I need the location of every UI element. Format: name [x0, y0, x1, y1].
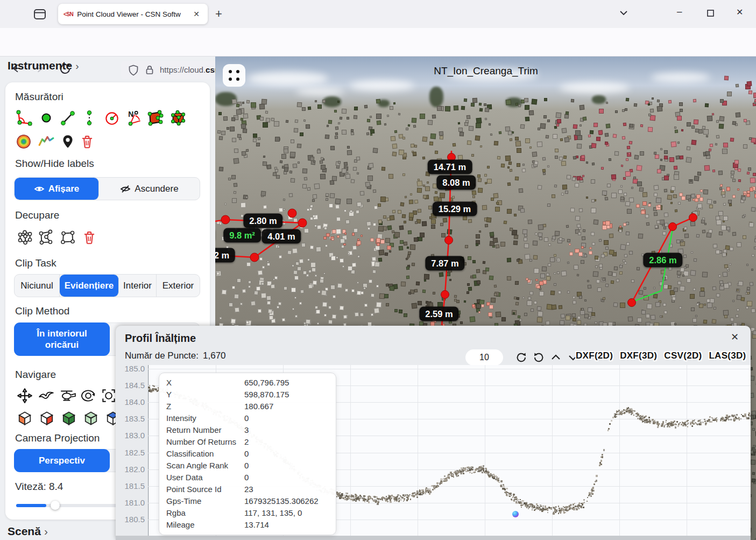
measure-circle-icon[interactable] [103, 109, 121, 127]
profile-panel-title: Profil Înălțime [125, 332, 196, 345]
browser-nav-bar: https://cloud.csnsoftware.ro/?cloud=NT_I… [0, 28, 756, 57]
tab-close-icon[interactable]: ✕ [193, 10, 200, 18]
export-button-las3d[interactable]: LAS(3D) [709, 350, 746, 361]
measurement-label: 4.01 m [262, 229, 301, 244]
y-axis-tick: 182.0 [117, 465, 145, 474]
chevron-right-icon: › [75, 60, 79, 72]
tooltip-row: Point Source Id23 [159, 485, 336, 496]
instruments-header[interactable]: Instrumente› [8, 59, 79, 72]
delete-measurements-trash-icon[interactable] [79, 133, 96, 150]
clip-task-exterior[interactable]: Exterior [157, 275, 200, 297]
nav-focus-icon[interactable] [100, 387, 117, 404]
measure-volume-icon[interactable] [169, 109, 186, 127]
window-minimize-button[interactable]: – [677, 6, 682, 17]
clip-polygon-icon[interactable] [38, 229, 55, 246]
lock-icon[interactable] [144, 64, 155, 76]
tooltip-row: Z180.667 [159, 402, 336, 413]
navigation-heading: Navigare [15, 369, 56, 381]
slider-thumb[interactable] [51, 501, 60, 510]
point-info-tooltip: X650,796.795Y598,870.175Z180.667Intensit… [159, 373, 336, 535]
export-buttons: DXF(2D)DXF(3D)CSV(2D)LAS(3D) [576, 350, 746, 361]
camera-projection-heading: Camera Projection [15, 432, 100, 444]
clip-volume-icon[interactable] [16, 229, 33, 246]
height-profile-icon[interactable] [38, 133, 55, 150]
y-axis-tick: 184.0 [117, 397, 145, 406]
clip-task-highlight[interactable]: Evidențiere [60, 275, 119, 297]
tab-title: Point Cloud Viewer - CSN Softw [77, 10, 191, 18]
nav-move-icon[interactable] [16, 387, 33, 404]
tooltip-row: Y598,870.175 [159, 390, 336, 402]
measure-height-icon[interactable] [81, 109, 98, 127]
measurements-heading: Măsurători [15, 91, 63, 103]
slider-fill [16, 504, 46, 507]
clip-task-none[interactable]: Niciunul [15, 275, 60, 297]
tooltip-row: User Data0 [159, 473, 336, 485]
y-axis-tick: 180.5 [117, 515, 145, 524]
nav-orbit-icon[interactable] [80, 387, 97, 404]
view-cube-solid-icon[interactable] [60, 410, 77, 427]
measurement-label: 8.08 m [436, 176, 476, 190]
clip-method-inside-any-button[interactable]: În interiorul oricărui [14, 322, 110, 356]
tooltip-row: X650,796.795 [159, 378, 336, 390]
location-pin-icon[interactable] [59, 133, 76, 150]
browser-tab-bar: <SN Point Cloud Viewer - CSN Softw ✕ + –… [0, 0, 756, 28]
export-button-dxf2d[interactable]: DXF(2D) [576, 350, 613, 361]
delete-clips-trash-icon[interactable] [81, 229, 98, 246]
view-cube-transparent-icon[interactable] [82, 410, 100, 427]
tab-list-chevron-icon[interactable] [619, 10, 628, 16]
eye-off-icon [120, 185, 131, 193]
hide-labels-button[interactable]: Ascundere [99, 178, 200, 200]
profile-scrollbar[interactable] [116, 536, 751, 540]
y-axis-tick: 181.5 [117, 481, 145, 490]
nav-helicopter-icon[interactable] [59, 387, 76, 404]
profile-width-input[interactable] [465, 349, 503, 366]
window-maximize-button[interactable] [707, 10, 715, 17]
layers-grid-button[interactable] [223, 64, 245, 87]
measure-angle-icon[interactable] [15, 109, 32, 127]
measure-azimuth-icon[interactable]: N [126, 109, 143, 127]
rotate-ccw-icon[interactable] [532, 351, 545, 364]
measure-area-icon[interactable] [146, 109, 164, 127]
clip-plane-icon[interactable] [59, 229, 76, 246]
perspective-button[interactable]: Perspectiv [14, 449, 110, 472]
profile-close-icon[interactable]: ✕ [731, 331, 739, 343]
height-profile-panel: Profil Înălțime ✕ Număr de Puncte:1,670 … [116, 326, 751, 540]
window-close-button[interactable]: ✕ [736, 7, 743, 17]
nav-bird-flight-icon[interactable] [38, 387, 55, 404]
measurement-label: 2.80 m [243, 214, 282, 228]
csn-favicon: <SN [63, 11, 73, 17]
export-button-csv2d[interactable]: CSV(2D) [664, 350, 702, 361]
export-button-dxf3d[interactable]: DXF(3D) [620, 350, 657, 361]
chevron-up-icon[interactable] [549, 351, 562, 364]
firefox-view-icon[interactable] [32, 6, 47, 22]
shield-icon[interactable] [128, 64, 139, 76]
labels-toggle: Afișare Ascundere [14, 177, 200, 200]
y-axis-tick: 182.5 [117, 448, 145, 457]
measurement-label: 2.59 m [419, 307, 458, 321]
scene-header[interactable]: Scenă› [8, 525, 48, 538]
browser-tab[interactable]: <SN Point Cloud Viewer - CSN Softw ✕ [58, 4, 208, 24]
show-labels-button[interactable]: Afișare [15, 178, 99, 200]
clip-task-interior[interactable]: Interior [119, 275, 157, 297]
cloud-name-title: NT_Ion_Creanga_Trim [434, 65, 538, 77]
y-axis-tick: 181.0 [117, 498, 145, 507]
tooltip-row: Intensity0 [159, 413, 336, 425]
point-count-value: 1,670 [203, 350, 226, 361]
measure-distance-icon[interactable] [59, 109, 76, 127]
measurement-label: 15.29 m [433, 202, 477, 216]
rotate-cw-icon[interactable] [515, 351, 528, 364]
show-hide-labels-heading: Show/Hide labels [15, 158, 94, 170]
selected-point-marker[interactable] [512, 511, 519, 517]
clip-task-segment: Niciunul Evidențiere Interior Exterior [14, 274, 200, 297]
measure-point-icon[interactable] [38, 109, 55, 127]
tooltip-row: Return Number3 [159, 425, 336, 437]
view-cube-left-icon[interactable] [16, 410, 33, 427]
measurement-label: 9.8 m² [223, 228, 261, 243]
measurement-label: 2 m [215, 248, 235, 263]
new-tab-button[interactable]: + [215, 7, 222, 21]
heightmap-icon[interactable] [15, 133, 32, 150]
view-cube-front-icon[interactable] [38, 410, 55, 427]
clipping-heading: Decupare [15, 209, 59, 221]
tooltip-row: Scan Angle Rank0 [159, 461, 336, 473]
tooltip-row: Gps-Time1679325135.306262 [159, 496, 336, 508]
